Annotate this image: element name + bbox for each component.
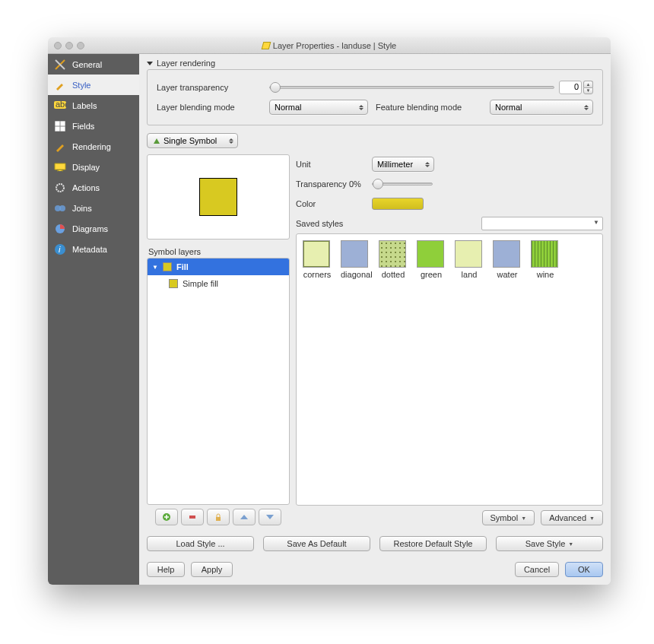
add-layer-button[interactable] xyxy=(155,509,178,525)
style-swatch-dotted[interactable]: dotted xyxy=(379,240,408,279)
style-swatch-diagonal[interactable]: diagonal xyxy=(341,240,370,279)
rendering-icon xyxy=(54,141,66,153)
sidebar-label: Actions xyxy=(72,183,100,192)
style-icon xyxy=(54,79,66,91)
remove-layer-button[interactable] xyxy=(181,509,204,525)
slider-thumb[interactable] xyxy=(270,82,281,93)
display-icon xyxy=(54,161,66,173)
sidebar-item-joins[interactable]: Joins xyxy=(48,198,139,218)
sidebar-label: Metadata xyxy=(72,245,107,254)
sidebar-item-actions[interactable]: Actions xyxy=(48,177,139,198)
fill-swatch-icon xyxy=(169,279,178,288)
feature-blend-combo[interactable]: Normal xyxy=(490,100,593,115)
symbol-preview xyxy=(147,154,290,240)
saved-styles-grid[interactable]: corners diagonal dotted green land water… xyxy=(296,233,603,506)
unit-combo[interactable]: Millimeter xyxy=(372,157,434,172)
svg-rect-14 xyxy=(189,516,195,519)
svg-text:abc: abc xyxy=(56,101,66,109)
saved-styles-label: Saved styles xyxy=(296,219,372,228)
symbol-icon xyxy=(152,136,161,145)
saved-styles-combo[interactable] xyxy=(481,217,603,230)
sidebar-item-labels[interactable]: abc Labels xyxy=(48,95,139,116)
load-style-button[interactable]: Load Style ... xyxy=(147,536,254,551)
sidebar-label: Joins xyxy=(72,204,92,213)
sidebar-item-fields[interactable]: Fields xyxy=(48,116,139,136)
sidebar-label: Display xyxy=(72,163,100,172)
sidebar-item-metadata[interactable]: i Metadata xyxy=(48,239,139,259)
style-swatch-green[interactable]: green xyxy=(417,240,446,279)
style-swatch-corners[interactable]: corners xyxy=(303,240,332,279)
sidebar-label: Diagrams xyxy=(72,224,108,233)
metadata-icon: i xyxy=(54,243,66,255)
layer-blend-label: Layer blending mode xyxy=(157,103,269,112)
titlebar: Layer Properties - landuse | Style xyxy=(48,37,611,54)
title-text: Layer Properties - landuse | Style xyxy=(273,41,396,50)
app-icon xyxy=(261,42,271,49)
move-down-button[interactable] xyxy=(259,509,281,525)
content: Layer rendering Layer transparency 0 ▲▼ … xyxy=(139,54,611,585)
transparency-slider[interactable] xyxy=(269,86,554,89)
restore-default-button[interactable]: Restore Default Style xyxy=(379,536,487,551)
sidebar-item-style[interactable]: Style xyxy=(48,75,139,95)
apply-button[interactable]: Apply xyxy=(191,562,233,577)
sidebar-item-rendering[interactable]: Rendering xyxy=(48,136,139,157)
move-up-button[interactable] xyxy=(233,509,256,525)
ok-button[interactable]: OK xyxy=(565,562,603,577)
sym-transparency-label: Transparency 0% xyxy=(296,179,372,189)
tree-item-fill[interactable]: ▼ Fill xyxy=(148,259,289,275)
fill-swatch-icon xyxy=(163,262,172,271)
joins-icon xyxy=(54,202,66,214)
tree-item-simple-fill[interactable]: Simple fill xyxy=(148,275,289,292)
section-header[interactable]: Layer rendering xyxy=(139,54,611,69)
unit-label: Unit xyxy=(296,160,372,169)
symbol-dropdown-button[interactable]: Symbol xyxy=(482,510,535,525)
general-icon xyxy=(54,59,66,71)
expand-icon: ▼ xyxy=(152,264,158,271)
window-title: Layer Properties - landuse | Style xyxy=(48,41,611,50)
layer-blend-combo[interactable]: Normal xyxy=(269,100,368,115)
svg-point-9 xyxy=(59,205,65,211)
sidebar-label: Labels xyxy=(72,101,97,110)
transparency-stepper[interactable]: ▲▼ xyxy=(583,81,593,94)
sidebar-item-diagrams[interactable]: Diagrams xyxy=(48,218,139,239)
symbol-layers-label: Symbol layers xyxy=(148,247,290,256)
slider-thumb[interactable] xyxy=(373,179,383,189)
preview-swatch xyxy=(199,178,237,216)
style-swatch-wine[interactable]: wine xyxy=(531,240,560,279)
labels-icon: abc xyxy=(54,100,66,112)
sidebar-label: General xyxy=(72,60,102,69)
svg-point-7 xyxy=(56,184,64,192)
symbol-layers-tree[interactable]: ▼ Fill Simple fill xyxy=(147,258,290,505)
diagrams-icon xyxy=(54,223,66,235)
actions-icon xyxy=(54,182,66,194)
lock-layer-button[interactable] xyxy=(207,509,230,525)
layer-rendering-panel: Layer transparency 0 ▲▼ Layer blending m… xyxy=(147,69,603,125)
color-label: Color xyxy=(296,199,372,208)
advanced-dropdown-button[interactable]: Advanced xyxy=(541,510,603,525)
style-swatch-land[interactable]: land xyxy=(455,240,484,279)
cancel-button[interactable]: Cancel xyxy=(515,562,559,577)
help-button[interactable]: Help xyxy=(147,562,185,577)
transparency-value[interactable]: 0 xyxy=(559,81,582,94)
renderer-type-combo[interactable]: Single Symbol xyxy=(147,133,238,148)
sidebar-item-general[interactable]: General xyxy=(48,54,139,75)
svg-rect-15 xyxy=(216,517,221,521)
color-button[interactable] xyxy=(372,198,424,210)
sidebar-label: Fields xyxy=(72,122,94,131)
save-as-default-button[interactable]: Save As Default xyxy=(263,536,370,551)
sidebar: General Style abc Labels Fields Renderin… xyxy=(48,54,139,585)
window: Layer Properties - landuse | Style Gener… xyxy=(48,37,611,585)
disclosure-triangle-icon xyxy=(147,62,153,65)
sym-transparency-slider[interactable] xyxy=(372,182,433,186)
feature-blend-label: Feature blending mode xyxy=(376,103,490,112)
section-label: Layer rendering xyxy=(157,59,215,68)
sidebar-label: Style xyxy=(72,81,90,90)
sidebar-item-display[interactable]: Display xyxy=(48,157,139,177)
sidebar-label: Rendering xyxy=(72,142,111,151)
save-style-button[interactable]: Save Style xyxy=(496,536,603,551)
transparency-label: Layer transparency xyxy=(157,83,269,92)
symbol-layer-tools xyxy=(147,505,290,527)
fields-icon xyxy=(54,120,66,132)
style-swatch-water[interactable]: water xyxy=(493,240,522,279)
